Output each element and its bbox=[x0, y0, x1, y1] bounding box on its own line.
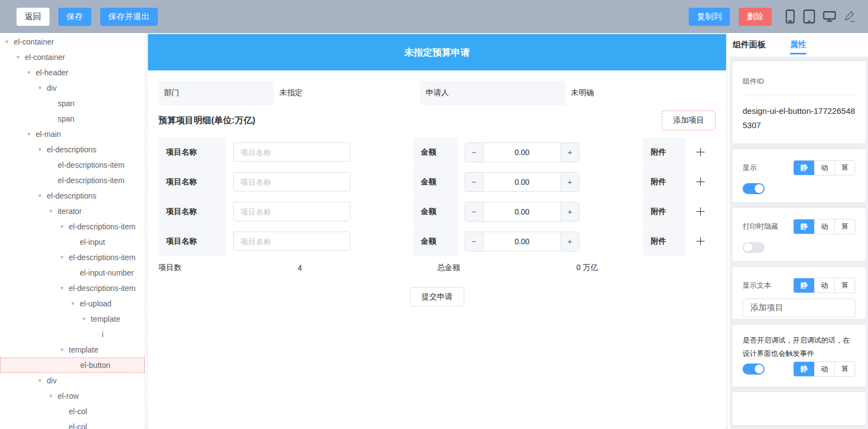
stepper-minus-button[interactable]: − bbox=[465, 232, 484, 251]
tree-item-el-button[interactable]: el-button bbox=[0, 358, 145, 373]
tree-item-el-main[interactable]: ▼el-main bbox=[0, 127, 145, 142]
amount-input[interactable] bbox=[484, 232, 561, 251]
upload-plus-icon[interactable] bbox=[696, 147, 705, 157]
copy-to-button[interactable]: 复制到 bbox=[689, 8, 730, 26]
upload-cell bbox=[685, 197, 716, 226]
seg-option-2[interactable]: 算 bbox=[834, 219, 855, 234]
stepper-plus-button[interactable]: + bbox=[561, 143, 579, 162]
tree-item-template[interactable]: ▼template bbox=[0, 342, 145, 358]
tab-component-panel[interactable]: 组件面板 bbox=[733, 33, 766, 57]
seg-option-2[interactable]: 算 bbox=[834, 362, 855, 376]
delete-button[interactable]: 删除 bbox=[739, 8, 772, 26]
caret-down-icon[interactable]: ▼ bbox=[37, 193, 47, 199]
item-name-input[interactable] bbox=[233, 232, 350, 251]
save-button[interactable]: 保存 bbox=[58, 8, 91, 26]
tree-item-el-descriptions-item[interactable]: ▼el-descriptions-item bbox=[0, 250, 145, 265]
toggle-knob bbox=[755, 184, 763, 193]
tree-item-el-container[interactable]: ▼el-container bbox=[0, 34, 145, 50]
tree-item-el-descriptions-item[interactable]: ▼el-descriptions-item bbox=[0, 219, 145, 234]
hide-on-print-toggle[interactable] bbox=[743, 242, 765, 253]
stepper-minus-button[interactable]: − bbox=[465, 202, 484, 221]
toolbar-right-group: 复制到 删除 bbox=[689, 8, 856, 26]
tree-item-div[interactable]: ▼div bbox=[0, 373, 145, 388]
caret-down-icon[interactable]: ▼ bbox=[37, 85, 47, 91]
item-name-input[interactable] bbox=[233, 202, 350, 221]
form-header-banner[interactable]: 未指定预算申请 bbox=[148, 34, 726, 70]
caret-down-icon[interactable]: ▼ bbox=[48, 393, 58, 399]
upload-plus-icon[interactable] bbox=[696, 237, 705, 246]
seg-option-0[interactable]: 静 bbox=[794, 362, 814, 376]
amount-input[interactable] bbox=[484, 173, 561, 191]
seg-option-0[interactable]: 静 bbox=[794, 219, 814, 234]
stepper-plus-button[interactable]: + bbox=[561, 202, 579, 221]
tree-item-div[interactable]: ▼div bbox=[0, 80, 145, 96]
seg-option-1[interactable]: 动 bbox=[814, 278, 834, 293]
seg-option-1[interactable]: 动 bbox=[814, 219, 834, 234]
caret-down-icon[interactable]: ▼ bbox=[26, 131, 36, 137]
upload-plus-icon[interactable] bbox=[696, 177, 705, 186]
tree-item-el-descriptions-item[interactable]: el-descriptions-item bbox=[0, 157, 145, 173]
tree-item-el-input-number[interactable]: el-input-number bbox=[0, 265, 145, 280]
caret-down-icon[interactable]: ▼ bbox=[70, 301, 80, 306]
tree-item-el-col[interactable]: el-col bbox=[0, 419, 145, 429]
seg-option-1[interactable]: 动 bbox=[814, 161, 834, 175]
tree-item-el-descriptions-item[interactable]: el-descriptions-item bbox=[0, 173, 145, 188]
dept-label: 部门 bbox=[158, 81, 274, 105]
seg-option-0[interactable]: 静 bbox=[794, 278, 814, 293]
tab-properties[interactable]: 属性 bbox=[790, 33, 806, 57]
tree-item-el-row[interactable]: ▼el-row bbox=[0, 388, 145, 404]
add-item-button[interactable]: 添加项目 bbox=[662, 111, 716, 130]
back-button[interactable]: 返回 bbox=[17, 8, 50, 26]
tree-item-label: el-container bbox=[14, 37, 54, 46]
tree-item-iterator[interactable]: ▼iterator bbox=[0, 204, 145, 219]
display-text-input[interactable] bbox=[743, 299, 855, 317]
tablet-icon[interactable] bbox=[803, 9, 815, 24]
stepper-minus-button[interactable]: − bbox=[465, 143, 484, 162]
tree-item-span[interactable]: span bbox=[0, 96, 145, 111]
tree-item-label: span bbox=[58, 114, 74, 123]
upload-plus-icon[interactable] bbox=[696, 207, 705, 216]
caret-down-icon[interactable]: ▼ bbox=[37, 378, 47, 383]
toggle-knob bbox=[755, 365, 763, 373]
caret-down-icon[interactable]: ▼ bbox=[59, 285, 69, 291]
item-name-input[interactable] bbox=[233, 142, 350, 162]
phone-icon[interactable] bbox=[785, 9, 795, 24]
amount-input[interactable] bbox=[484, 202, 561, 221]
item-name-input[interactable] bbox=[233, 172, 350, 191]
tree-item-template[interactable]: ▼template bbox=[0, 311, 145, 327]
caret-down-icon[interactable]: ▼ bbox=[59, 255, 69, 260]
seg-option-0[interactable]: 静 bbox=[794, 161, 814, 175]
tree-item-el-upload[interactable]: ▼el-upload bbox=[0, 296, 145, 311]
desktop-icon[interactable] bbox=[823, 10, 836, 23]
tree-item-el-container[interactable]: ▼el-container bbox=[0, 50, 145, 65]
tree-item-i[interactable]: i bbox=[0, 327, 145, 342]
caret-down-icon[interactable]: ▼ bbox=[81, 316, 91, 322]
caret-down-icon[interactable]: ▼ bbox=[4, 39, 14, 45]
stepper-minus-button[interactable]: − bbox=[465, 173, 484, 191]
caret-down-icon[interactable]: ▼ bbox=[48, 208, 58, 214]
tree-item-el-descriptions[interactable]: ▼el-descriptions bbox=[0, 142, 145, 157]
caret-down-icon[interactable]: ▼ bbox=[15, 54, 25, 60]
caret-down-icon[interactable]: ▼ bbox=[26, 70, 36, 75]
tree-item-el-col[interactable]: el-col bbox=[0, 404, 145, 419]
tree-item-el-header[interactable]: ▼el-header bbox=[0, 65, 145, 80]
debug-toggle[interactable] bbox=[743, 364, 765, 375]
save-exit-button[interactable]: 保存并退出 bbox=[100, 8, 158, 26]
tree-item-el-descriptions-item[interactable]: ▼el-descriptions-item bbox=[0, 280, 145, 296]
pen-icon[interactable] bbox=[844, 10, 856, 23]
tree-item-el-descriptions[interactable]: ▼el-descriptions bbox=[0, 188, 145, 204]
stepper-plus-button[interactable]: + bbox=[561, 173, 579, 191]
seg-option-2[interactable]: 算 bbox=[834, 278, 855, 293]
tree-item-span[interactable]: span bbox=[0, 111, 145, 127]
stepper-plus-button[interactable]: + bbox=[561, 232, 579, 251]
submit-button[interactable]: 提交申请 bbox=[410, 287, 464, 306]
seg-option-2[interactable]: 算 bbox=[834, 161, 855, 175]
design-canvas[interactable]: 未指定预算申请 部门 未指定 申请人 未明确 预算项目明细(单位:万亿) 添加项… bbox=[147, 33, 727, 429]
seg-option-1[interactable]: 动 bbox=[814, 362, 834, 376]
tree-item-el-input[interactable]: el-input bbox=[0, 234, 145, 250]
display-toggle[interactable] bbox=[743, 183, 765, 194]
caret-down-icon[interactable]: ▼ bbox=[59, 347, 69, 353]
amount-input[interactable] bbox=[484, 143, 561, 162]
caret-down-icon[interactable]: ▼ bbox=[59, 224, 69, 229]
caret-down-icon[interactable]: ▼ bbox=[37, 147, 47, 152]
